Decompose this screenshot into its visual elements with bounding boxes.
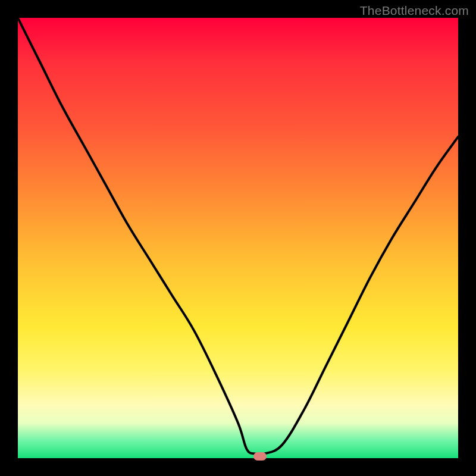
optimal-point-marker — [253, 452, 267, 461]
watermark-text: TheBottleneck.com — [360, 4, 469, 18]
chart-plot-area — [18, 18, 458, 458]
chart-frame: TheBottleneck.com — [0, 0, 476, 476]
bottleneck-curve-path — [18, 18, 458, 455]
bottleneck-curve — [18, 18, 458, 458]
